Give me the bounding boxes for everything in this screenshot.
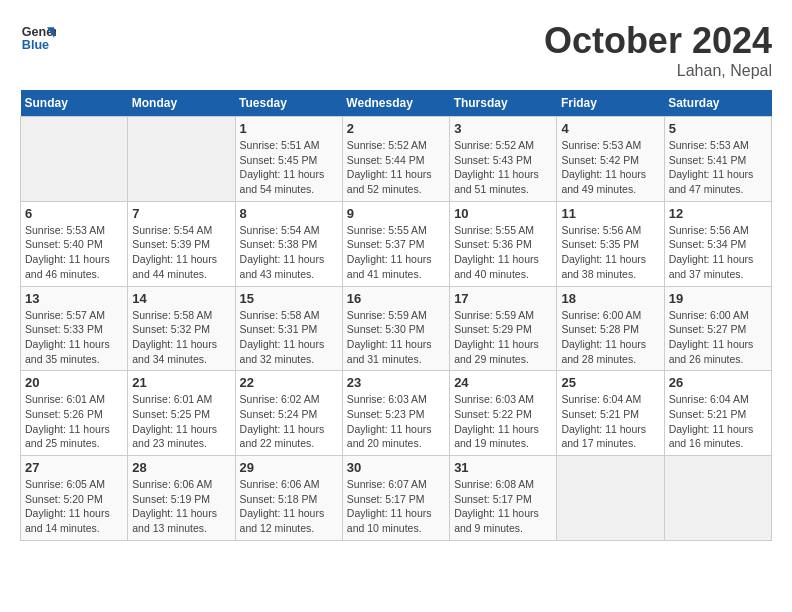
location: Lahan, Nepal	[544, 62, 772, 80]
weekday-header: Monday	[128, 90, 235, 117]
day-number: 11	[561, 206, 659, 221]
calendar-cell: 11Sunrise: 5:56 AM Sunset: 5:35 PM Dayli…	[557, 201, 664, 286]
day-number: 19	[669, 291, 767, 306]
day-info: Sunrise: 5:56 AM Sunset: 5:35 PM Dayligh…	[561, 223, 659, 282]
day-number: 4	[561, 121, 659, 136]
day-info: Sunrise: 6:08 AM Sunset: 5:17 PM Dayligh…	[454, 477, 552, 536]
svg-text:Blue: Blue	[22, 38, 49, 52]
weekday-header-row: SundayMondayTuesdayWednesdayThursdayFrid…	[21, 90, 772, 117]
calendar-week-row: 27Sunrise: 6:05 AM Sunset: 5:20 PM Dayli…	[21, 456, 772, 541]
page-header: General Blue October 2024 Lahan, Nepal	[20, 20, 772, 80]
calendar-cell: 25Sunrise: 6:04 AM Sunset: 5:21 PM Dayli…	[557, 371, 664, 456]
calendar-cell: 16Sunrise: 5:59 AM Sunset: 5:30 PM Dayli…	[342, 286, 449, 371]
calendar-cell: 9Sunrise: 5:55 AM Sunset: 5:37 PM Daylig…	[342, 201, 449, 286]
calendar-cell: 6Sunrise: 5:53 AM Sunset: 5:40 PM Daylig…	[21, 201, 128, 286]
calendar-week-row: 13Sunrise: 5:57 AM Sunset: 5:33 PM Dayli…	[21, 286, 772, 371]
calendar-cell: 31Sunrise: 6:08 AM Sunset: 5:17 PM Dayli…	[450, 456, 557, 541]
day-number: 28	[132, 460, 230, 475]
calendar-cell: 24Sunrise: 6:03 AM Sunset: 5:22 PM Dayli…	[450, 371, 557, 456]
day-info: Sunrise: 5:57 AM Sunset: 5:33 PM Dayligh…	[25, 308, 123, 367]
day-number: 23	[347, 375, 445, 390]
calendar-cell: 7Sunrise: 5:54 AM Sunset: 5:39 PM Daylig…	[128, 201, 235, 286]
day-number: 15	[240, 291, 338, 306]
day-info: Sunrise: 5:52 AM Sunset: 5:43 PM Dayligh…	[454, 138, 552, 197]
weekday-header: Tuesday	[235, 90, 342, 117]
day-number: 6	[25, 206, 123, 221]
day-number: 17	[454, 291, 552, 306]
calendar-cell: 22Sunrise: 6:02 AM Sunset: 5:24 PM Dayli…	[235, 371, 342, 456]
calendar-cell: 17Sunrise: 5:59 AM Sunset: 5:29 PM Dayli…	[450, 286, 557, 371]
day-number: 21	[132, 375, 230, 390]
calendar-cell: 5Sunrise: 5:53 AM Sunset: 5:41 PM Daylig…	[664, 117, 771, 202]
day-info: Sunrise: 6:04 AM Sunset: 5:21 PM Dayligh…	[561, 392, 659, 451]
day-info: Sunrise: 5:55 AM Sunset: 5:37 PM Dayligh…	[347, 223, 445, 282]
day-info: Sunrise: 5:54 AM Sunset: 5:38 PM Dayligh…	[240, 223, 338, 282]
day-number: 1	[240, 121, 338, 136]
day-info: Sunrise: 6:07 AM Sunset: 5:17 PM Dayligh…	[347, 477, 445, 536]
calendar-cell: 4Sunrise: 5:53 AM Sunset: 5:42 PM Daylig…	[557, 117, 664, 202]
logo-icon: General Blue	[20, 20, 56, 56]
day-number: 10	[454, 206, 552, 221]
calendar-cell: 13Sunrise: 5:57 AM Sunset: 5:33 PM Dayli…	[21, 286, 128, 371]
day-number: 16	[347, 291, 445, 306]
calendar-cell: 28Sunrise: 6:06 AM Sunset: 5:19 PM Dayli…	[128, 456, 235, 541]
day-number: 24	[454, 375, 552, 390]
day-number: 12	[669, 206, 767, 221]
day-info: Sunrise: 6:01 AM Sunset: 5:26 PM Dayligh…	[25, 392, 123, 451]
calendar-cell: 12Sunrise: 5:56 AM Sunset: 5:34 PM Dayli…	[664, 201, 771, 286]
calendar-cell: 15Sunrise: 5:58 AM Sunset: 5:31 PM Dayli…	[235, 286, 342, 371]
calendar-cell: 26Sunrise: 6:04 AM Sunset: 5:21 PM Dayli…	[664, 371, 771, 456]
calendar-cell	[21, 117, 128, 202]
day-info: Sunrise: 5:56 AM Sunset: 5:34 PM Dayligh…	[669, 223, 767, 282]
day-number: 5	[669, 121, 767, 136]
calendar-cell: 8Sunrise: 5:54 AM Sunset: 5:38 PM Daylig…	[235, 201, 342, 286]
calendar-cell: 30Sunrise: 6:07 AM Sunset: 5:17 PM Dayli…	[342, 456, 449, 541]
day-info: Sunrise: 6:03 AM Sunset: 5:22 PM Dayligh…	[454, 392, 552, 451]
day-info: Sunrise: 5:53 AM Sunset: 5:41 PM Dayligh…	[669, 138, 767, 197]
calendar-cell: 27Sunrise: 6:05 AM Sunset: 5:20 PM Dayli…	[21, 456, 128, 541]
day-info: Sunrise: 5:53 AM Sunset: 5:42 PM Dayligh…	[561, 138, 659, 197]
calendar-cell	[557, 456, 664, 541]
month-title: October 2024	[544, 20, 772, 62]
calendar-cell: 21Sunrise: 6:01 AM Sunset: 5:25 PM Dayli…	[128, 371, 235, 456]
calendar-cell: 1Sunrise: 5:51 AM Sunset: 5:45 PM Daylig…	[235, 117, 342, 202]
day-number: 27	[25, 460, 123, 475]
weekday-header: Saturday	[664, 90, 771, 117]
title-block: October 2024 Lahan, Nepal	[544, 20, 772, 80]
calendar-cell: 3Sunrise: 5:52 AM Sunset: 5:43 PM Daylig…	[450, 117, 557, 202]
weekday-header: Sunday	[21, 90, 128, 117]
calendar-cell: 2Sunrise: 5:52 AM Sunset: 5:44 PM Daylig…	[342, 117, 449, 202]
calendar-cell	[128, 117, 235, 202]
day-number: 3	[454, 121, 552, 136]
day-info: Sunrise: 5:55 AM Sunset: 5:36 PM Dayligh…	[454, 223, 552, 282]
day-number: 25	[561, 375, 659, 390]
day-number: 31	[454, 460, 552, 475]
day-number: 8	[240, 206, 338, 221]
calendar-cell	[664, 456, 771, 541]
day-info: Sunrise: 6:05 AM Sunset: 5:20 PM Dayligh…	[25, 477, 123, 536]
day-number: 29	[240, 460, 338, 475]
day-number: 7	[132, 206, 230, 221]
calendar-cell: 19Sunrise: 6:00 AM Sunset: 5:27 PM Dayli…	[664, 286, 771, 371]
day-number: 18	[561, 291, 659, 306]
day-info: Sunrise: 6:03 AM Sunset: 5:23 PM Dayligh…	[347, 392, 445, 451]
day-info: Sunrise: 5:51 AM Sunset: 5:45 PM Dayligh…	[240, 138, 338, 197]
day-info: Sunrise: 6:06 AM Sunset: 5:19 PM Dayligh…	[132, 477, 230, 536]
day-number: 9	[347, 206, 445, 221]
day-info: Sunrise: 5:58 AM Sunset: 5:31 PM Dayligh…	[240, 308, 338, 367]
day-info: Sunrise: 6:00 AM Sunset: 5:28 PM Dayligh…	[561, 308, 659, 367]
calendar-week-row: 20Sunrise: 6:01 AM Sunset: 5:26 PM Dayli…	[21, 371, 772, 456]
day-number: 2	[347, 121, 445, 136]
calendar-cell: 18Sunrise: 6:00 AM Sunset: 5:28 PM Dayli…	[557, 286, 664, 371]
day-info: Sunrise: 5:52 AM Sunset: 5:44 PM Dayligh…	[347, 138, 445, 197]
weekday-header: Friday	[557, 90, 664, 117]
day-info: Sunrise: 6:00 AM Sunset: 5:27 PM Dayligh…	[669, 308, 767, 367]
weekday-header: Wednesday	[342, 90, 449, 117]
day-number: 26	[669, 375, 767, 390]
weekday-header: Thursday	[450, 90, 557, 117]
calendar-table: SundayMondayTuesdayWednesdayThursdayFrid…	[20, 90, 772, 541]
day-info: Sunrise: 6:01 AM Sunset: 5:25 PM Dayligh…	[132, 392, 230, 451]
day-number: 13	[25, 291, 123, 306]
day-info: Sunrise: 5:58 AM Sunset: 5:32 PM Dayligh…	[132, 308, 230, 367]
day-info: Sunrise: 6:04 AM Sunset: 5:21 PM Dayligh…	[669, 392, 767, 451]
